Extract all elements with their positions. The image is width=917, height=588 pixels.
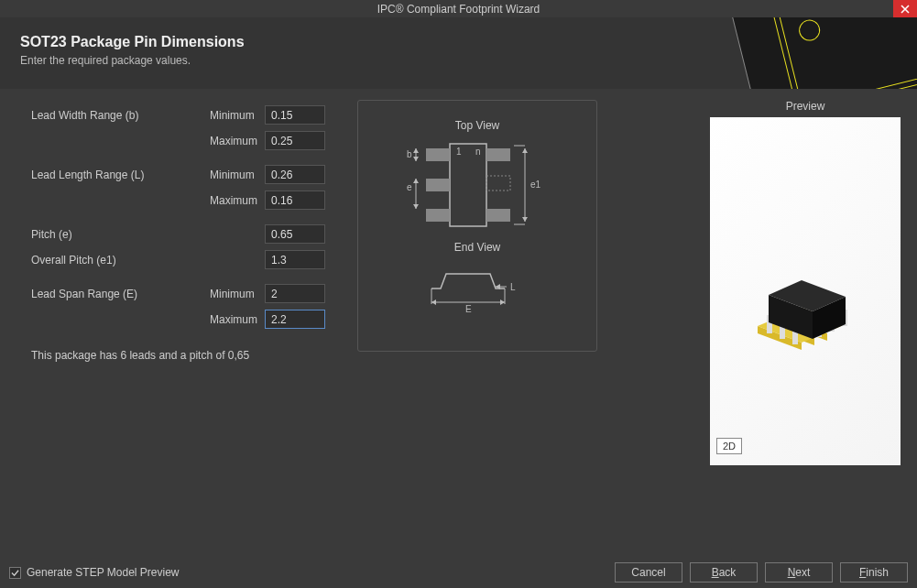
svg-marker-45 [413, 148, 419, 153]
generate-step-label: Generate STEP Model Preview [27, 566, 180, 579]
svg-text:E: E [465, 304, 472, 314]
close-icon [901, 5, 910, 14]
svg-marker-53 [522, 217, 528, 222]
preview-3d-box[interactable]: 2D [710, 117, 901, 465]
lead-span-label: Lead Span Range (E) [31, 288, 210, 300]
svg-text:n: n [475, 147, 481, 157]
svg-rect-35 [426, 148, 450, 161]
lead-span-max-label: Maximum [210, 313, 265, 326]
back-button[interactable]: Back [690, 562, 758, 583]
svg-rect-34 [450, 144, 486, 226]
svg-rect-38 [486, 148, 510, 161]
package-note: This package has 6 leads and a pitch of … [31, 349, 355, 362]
svg-text:b: b [407, 149, 412, 159]
lead-length-max-input[interactable] [265, 191, 325, 210]
svg-text:1: 1 [456, 147, 462, 157]
svg-marker-49 [413, 179, 419, 183]
svg-text:L: L [510, 282, 516, 292]
svg-marker-52 [522, 148, 528, 153]
svg-marker-50 [413, 204, 419, 209]
svg-marker-46 [413, 157, 419, 161]
lead-length-max-label: Maximum [210, 194, 265, 207]
finish-button[interactable]: Finish [840, 562, 908, 583]
next-button[interactable]: Next [765, 562, 833, 583]
lead-width-label: Lead Width Range (b) [31, 109, 210, 122]
pitch-input[interactable] [265, 224, 325, 244]
svg-text:e: e [407, 182, 412, 192]
pitch-label: Pitch (e) [31, 228, 210, 241]
preview-2d-button[interactable]: 2D [716, 438, 742, 454]
generate-step-checkbox[interactable]: Generate STEP Model Preview [9, 566, 180, 579]
end-view-diagram: E L [367, 261, 587, 316]
svg-rect-40 [486, 209, 510, 222]
overall-pitch-input[interactable] [265, 250, 325, 269]
header-decoration [670, 17, 917, 89]
window-title: IPC® Compliant Footprint Wizard [377, 3, 540, 16]
lead-length-min-label: Minimum [210, 169, 265, 181]
lead-width-max-label: Maximum [210, 135, 265, 147]
svg-marker-61 [500, 299, 505, 305]
svg-rect-0 [725, 17, 917, 89]
top-view-diagram: 1 n b e e1 [367, 139, 587, 231]
svg-rect-36 [426, 179, 450, 191]
lead-length-label: Lead Length Range (L) [31, 169, 210, 181]
svg-text:e1: e1 [530, 180, 541, 190]
close-button[interactable] [893, 0, 917, 17]
lead-span-min-label: Minimum [210, 288, 265, 300]
lead-width-min-label: Minimum [210, 109, 265, 122]
lead-width-min-input[interactable] [265, 105, 325, 125]
end-view-label: End View [367, 241, 587, 254]
svg-rect-39 [486, 176, 510, 191]
diagram-panel: Top View 1 n b e [357, 100, 597, 352]
lead-span-min-input[interactable] [265, 284, 325, 303]
checkmark-icon [11, 569, 19, 577]
svg-marker-60 [431, 299, 436, 305]
lead-width-max-input[interactable] [265, 131, 325, 150]
preview-3d-model [710, 117, 901, 465]
lead-length-min-input[interactable] [265, 165, 325, 184]
lead-span-max-input[interactable] [265, 310, 325, 329]
preview-label: Preview [707, 100, 903, 113]
cancel-button[interactable]: Cancel [615, 562, 682, 583]
svg-rect-37 [426, 209, 450, 222]
overall-pitch-label: Overall Pitch (e1) [31, 254, 210, 267]
top-view-label: Top View [367, 119, 587, 132]
